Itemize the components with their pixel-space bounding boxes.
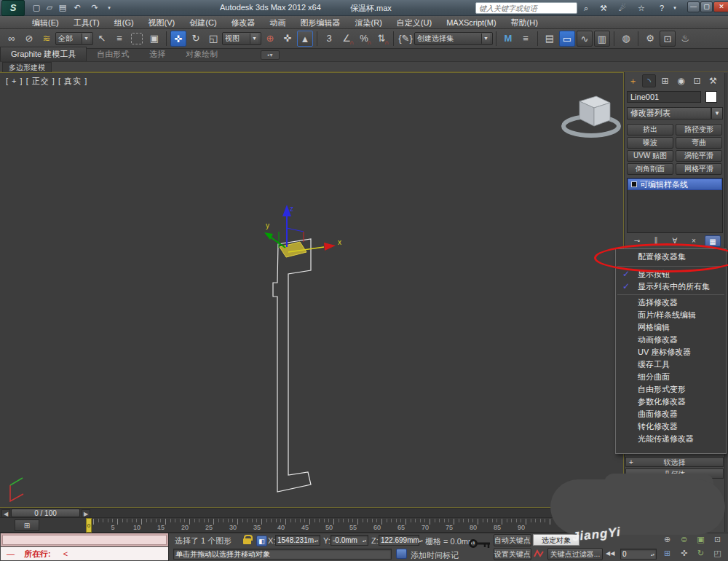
modifier-button-uvw-map[interactable]: UVW 贴图	[627, 150, 673, 162]
modifier-button-bend[interactable]: 弯曲	[676, 137, 722, 149]
next-frame-arrow[interactable]: ▶	[82, 509, 90, 517]
ribbon-minimize-icon[interactable]: ▪▾	[261, 50, 280, 60]
object-color-swatch[interactable]	[705, 91, 717, 103]
modifier-button-meshsmooth[interactable]: 网格平滑	[676, 163, 722, 175]
trackbar-frame-marker[interactable]: 0	[86, 518, 92, 533]
new-key-curve-icon[interactable]	[534, 549, 545, 559]
spinner-icon[interactable]: ▴▾	[651, 553, 654, 556]
listener-line-row[interactable]: — 所在行: <	[1, 547, 168, 560]
use-pivot-point-center-icon[interactable]: ⊕	[262, 31, 278, 47]
rectangular-selection-region-icon[interactable]	[131, 33, 143, 44]
display-tab-icon[interactable]: ⊡	[690, 74, 704, 87]
undo-icon[interactable]: ↶	[71, 2, 83, 13]
help-dropdown-icon[interactable]: ▾	[668, 2, 681, 14]
render-setup-icon[interactable]: ⚙	[642, 31, 658, 47]
modifier-button-turbosmooth[interactable]: 涡轮平滑	[676, 150, 722, 162]
render-production-icon[interactable]: ♨	[677, 31, 693, 47]
menu-views[interactable]: 视图(V)	[141, 16, 183, 29]
menu-item-animation-modifiers[interactable]: 动画修改器	[616, 334, 726, 346]
spinner-icon[interactable]: ▴▾	[314, 539, 318, 542]
utilities-tab-icon[interactable]: ⚒	[706, 74, 720, 87]
zoom-extents-all-icon[interactable]: ⊡	[711, 534, 724, 545]
help-icon[interactable]: ?	[655, 2, 668, 14]
select-and-scale-icon[interactable]: ◱	[205, 31, 221, 47]
ribbon-panel-polygon-modeling[interactable]: 多边形建模	[2, 62, 52, 72]
menu-item-radiosity-modifiers[interactable]: 光能传递修改器	[616, 433, 726, 445]
previous-frame-arrow[interactable]: ◀	[1, 509, 10, 517]
modifier-button-bevel-profile[interactable]: 倒角剖面	[627, 163, 673, 175]
menu-item-cache-tools[interactable]: 缓存工具	[616, 358, 726, 371]
zoom-region-icon[interactable]: ⊞	[661, 548, 673, 559]
menu-item-mesh-editing[interactable]: 网格编辑	[616, 321, 726, 334]
menu-edit[interactable]: 编辑(E)	[25, 16, 66, 29]
pan-icon[interactable]: ✜	[678, 548, 690, 559]
create-tab-icon[interactable]: ＋	[626, 74, 640, 87]
rollout-soft-selection[interactable]: + 软选择	[625, 457, 724, 467]
menu-item-uv-coordinate-modifiers[interactable]: UV 座标修改器	[616, 346, 726, 358]
edit-named-selection-sets-icon[interactable]: {✎}	[397, 31, 414, 47]
select-and-rotate-icon[interactable]: ↻	[188, 31, 204, 47]
spinner-icon[interactable]: ▴▾	[419, 539, 423, 542]
spinner-icon[interactable]: ▴▾	[363, 539, 366, 542]
redo-icon[interactable]: ↷	[89, 2, 100, 13]
zoom-all-icon[interactable]: ⊜	[678, 534, 690, 545]
spinner-snap-icon[interactable]: ⇅∩	[373, 31, 389, 47]
menu-item-patch-spline-editing[interactable]: 面片/样条线编辑	[616, 309, 726, 321]
modifier-list-arrow-icon[interactable]: ▼	[711, 107, 723, 119]
menu-item-selection-modifiers[interactable]: 选择修改器	[616, 297, 726, 309]
time-slider-track[interactable]	[0, 508, 624, 518]
select-and-manipulate-icon[interactable]: ✜	[280, 31, 296, 47]
window-crossing-icon[interactable]: ▣	[146, 31, 162, 47]
modifier-button-extrude[interactable]: 挤出	[627, 124, 673, 136]
app-logo-icon[interactable]: S	[1, 0, 25, 16]
z-coord-field[interactable]: 122.699mm▴▾	[379, 535, 419, 546]
menu-graph-editors[interactable]: 图形编辑器	[293, 16, 348, 29]
named-selection-sets-dropdown[interactable]: 创建选择集▼	[414, 32, 493, 45]
zoom-icon[interactable]: ⊕	[661, 534, 673, 545]
keyboard-shortcut-override-icon[interactable]: ▲	[297, 31, 313, 47]
curve-editor-icon[interactable]: ∿	[577, 31, 593, 47]
ribbon-tab-selection[interactable]: 选择	[139, 47, 175, 61]
angle-snap-icon[interactable]: ∠∩	[339, 31, 355, 47]
menu-maxscript[interactable]: MAXScript(M)	[439, 16, 503, 29]
percent-snap-icon[interactable]: %∩	[356, 31, 372, 47]
layer-manager-icon[interactable]: ▤	[542, 31, 558, 47]
time-slider-thumb[interactable]: 0 / 100	[11, 509, 80, 517]
dropdown-arrow-icon[interactable]: ▼	[481, 34, 490, 44]
menu-item-surface-modifiers[interactable]: 曲面修改器	[616, 408, 726, 420]
menu-item-show-all-sets[interactable]: ✓显示列表中的所有集	[616, 280, 726, 293]
rollout-expand-icon[interactable]: +	[629, 458, 633, 467]
select-object-icon[interactable]: ↖	[94, 31, 110, 47]
modifier-list-dropdown[interactable]: 修改器列表	[627, 107, 711, 119]
add-time-tag-label[interactable]: 添加时间标记	[411, 550, 459, 561]
communication-icon[interactable]: ☄	[616, 2, 629, 14]
modify-tab-icon[interactable]: ◝	[642, 74, 656, 87]
zoom-extents-icon[interactable]: ▣	[695, 534, 707, 545]
menu-item-freeform-deformations[interactable]: 自由形式变形	[616, 383, 726, 396]
select-and-link-icon[interactable]: ∞	[4, 31, 20, 47]
search-icon[interactable]: ⌕	[579, 2, 593, 14]
orbit-icon[interactable]: ↻	[695, 548, 707, 559]
modifier-button-noise[interactable]: 噪波	[627, 137, 673, 149]
menu-modifiers[interactable]: 修改器	[224, 16, 263, 29]
mini-curve-editor-icon[interactable]: ⊞	[15, 519, 39, 531]
key-filters-button[interactable]: 关键点过滤器...	[547, 548, 603, 560]
menu-item-conversion-modifiers[interactable]: 转化修改器	[616, 420, 726, 433]
ribbon-tab-freeform[interactable]: 自由形式	[87, 47, 139, 61]
menu-animation[interactable]: 动画	[263, 16, 293, 29]
stack-item-editable-spline[interactable]: 可编辑样条线	[628, 178, 722, 190]
graphite-modeling-toggle-icon[interactable]: ▭	[559, 31, 575, 47]
menu-tools[interactable]: 工具(T)	[66, 16, 107, 29]
select-and-move-icon[interactable]: ✜	[170, 31, 186, 47]
snap-toggle-3d-icon[interactable]: 3	[321, 31, 337, 47]
unlink-selection-icon[interactable]: ⊘	[21, 31, 37, 47]
save-file-icon[interactable]: ▤	[57, 2, 68, 13]
menu-group[interactable]: 组(G)	[107, 16, 141, 29]
modifier-button-path-deform[interactable]: 路径变形	[676, 124, 722, 136]
close-button[interactable]: ✕	[713, 1, 728, 12]
menu-rendering[interactable]: 渲染(R)	[348, 16, 389, 29]
gizmo-x-arrowhead-icon[interactable]	[324, 243, 336, 251]
motion-tab-icon[interactable]: ◉	[674, 74, 688, 87]
wrench-icon[interactable]: ⚒	[597, 2, 610, 14]
ribbon-tab-object-paint[interactable]: 对象绘制	[175, 47, 228, 61]
